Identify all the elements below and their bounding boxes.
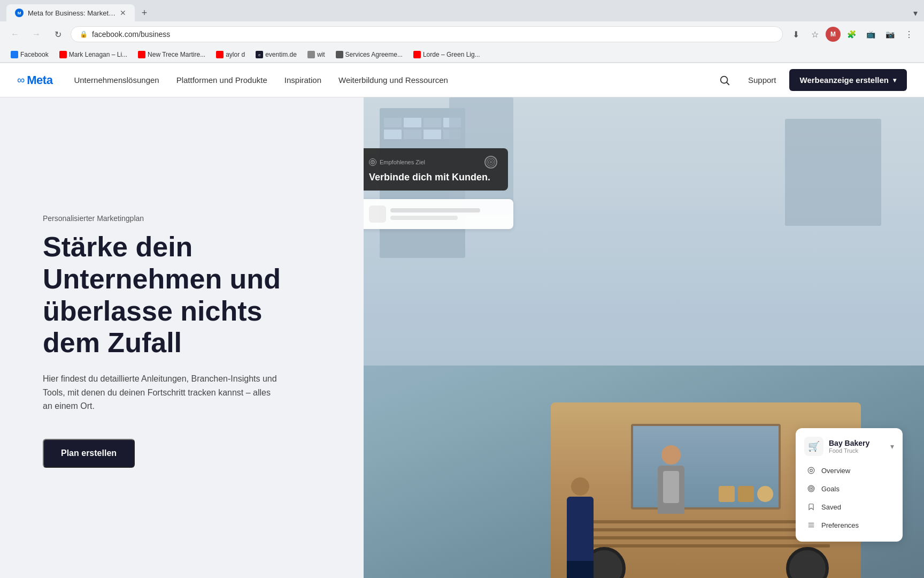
tooltip-label-icon — [369, 158, 376, 166]
extensions-button[interactable]: 🧩 — [843, 26, 860, 43]
new-tab-button[interactable]: + — [137, 5, 152, 20]
plan-erstellen-button[interactable]: Plan erstellen — [43, 439, 135, 468]
bookmark-aylor[interactable]: aylor d — [212, 49, 249, 60]
address-bar[interactable]: 🔒 facebook.com/business — [71, 26, 783, 42]
bakery-menu-goals[interactable]: Goals — [804, 481, 894, 497]
bakery-icon: 🛒 — [804, 437, 823, 456]
bookmark-button[interactable]: ☆ — [806, 26, 823, 43]
bookmark-eventim[interactable]: e eventim.de — [251, 49, 301, 60]
svg-point-11 — [811, 488, 812, 489]
hero-content: Personalisierter Marketingplan Stärke de… — [0, 97, 364, 578]
create-ad-label: Werbeanzeige erstellen — [800, 75, 889, 85]
hero-image-area: Empfohlenes Ziel Verbinde dich mit Kunde… — [364, 97, 924, 578]
create-ad-button[interactable]: Werbeanzeige erstellen ▾ — [789, 69, 907, 91]
bookmark-favicon — [307, 51, 315, 58]
bookmark-services[interactable]: Services Agreeme... — [332, 49, 407, 60]
bookmark-favicon — [216, 51, 224, 58]
more-icon: ⋮ — [905, 29, 913, 40]
bookmark-label: Services Agreeme... — [345, 51, 403, 58]
bakery-menu-preferences[interactable]: Preferences — [804, 517, 894, 533]
nav-link-plattformen[interactable]: Plattformen und Produkte — [176, 75, 267, 85]
nav-link-unternehmen[interactable]: Unternehmenslösungen — [74, 75, 159, 85]
browser-chrome: M Meta for Business: Marketing ✕ + ▾ ← →… — [0, 0, 924, 63]
bakery-chevron-icon[interactable]: ▾ — [890, 442, 894, 451]
bookmark-facebook[interactable]: Facebook — [6, 49, 53, 60]
star-icon: ☆ — [811, 29, 819, 40]
browser-toolbar: ← → ↻ 🔒 facebook.com/business ⬇ ☆ M 🧩 📺 — [0, 21, 924, 47]
tooltip-label-text: Empfohlenes Ziel — [380, 159, 425, 165]
screenshot-button[interactable]: 📷 — [881, 26, 898, 43]
building-right — [785, 119, 881, 226]
tooltip-header: Empfohlenes Ziel — [369, 156, 497, 169]
hero-background: Empfohlenes Ziel Verbinde dich mit Kunde… — [364, 97, 924, 578]
tab-favicon: M — [15, 9, 24, 17]
screenshot-icon: 📷 — [886, 30, 895, 39]
bookmark-label: New Trece Martire... — [148, 51, 205, 58]
bookmarks-bar: Facebook Mark Lenagan – Li... New Trece … — [0, 47, 924, 63]
nav-links: Unternehmenslösungen Plattformen und Pro… — [74, 75, 714, 85]
svg-point-5 — [489, 160, 494, 165]
bookmark-label: aylor d — [226, 51, 245, 58]
address-text: facebook.com/business — [92, 30, 774, 39]
svg-point-6 — [490, 162, 492, 163]
tooltip-target-icon — [484, 156, 497, 169]
back-button[interactable]: ← — [6, 26, 24, 43]
support-link[interactable]: Support — [748, 75, 776, 85]
nav-link-inspiration[interactable]: Inspiration — [284, 75, 321, 85]
white-card — [364, 199, 513, 229]
search-button[interactable] — [714, 70, 735, 91]
reload-button[interactable]: ↻ — [49, 26, 66, 43]
bookmark-new-trece[interactable]: New Trece Martire... — [134, 49, 210, 60]
tab-close-button[interactable]: ✕ — [120, 9, 126, 17]
tooltip-card: Empfohlenes Ziel Verbinde dich mit Kunde… — [364, 148, 508, 191]
more-button[interactable]: ⋮ — [900, 26, 918, 43]
bookmark-label: Facebook — [20, 51, 49, 58]
bookmark-lorde[interactable]: Lorde – Green Lig... — [409, 49, 484, 60]
bookmark-label: wit — [317, 51, 325, 58]
overview-icon — [806, 466, 816, 475]
preferences-label: Preferences — [821, 521, 859, 529]
meta-logo[interactable]: ∞ Meta — [17, 73, 52, 87]
tab-bar: M Meta for Business: Marketing ✕ + ▾ — [0, 0, 924, 21]
bookmark-favicon: e — [256, 51, 263, 58]
bakery-name: Bay Bakery — [829, 439, 890, 447]
customer-person — [565, 477, 595, 578]
meta-logo-symbol: ∞ — [17, 74, 25, 86]
hero-description: Hier findest du detaillierte Anleitungen… — [43, 372, 278, 413]
bakery-menu: Overview Goals Saved — [804, 462, 894, 533]
svg-point-4 — [487, 158, 495, 166]
active-tab[interactable]: M Meta for Business: Marketing ✕ — [6, 4, 135, 21]
bookmark-favicon — [59, 51, 67, 58]
search-icon — [719, 74, 730, 86]
tab-title: Meta for Business: Marketing — [28, 9, 116, 17]
browser-profile-avatar[interactable]: M — [826, 27, 841, 42]
bookmark-wit[interactable]: wit — [303, 49, 329, 60]
forward-button[interactable]: → — [28, 26, 45, 43]
svg-point-7 — [808, 467, 814, 474]
download-icon: ⬇ — [792, 29, 799, 40]
nav-right-actions: Support Werbeanzeige erstellen ▾ — [714, 69, 907, 91]
goals-label: Goals — [821, 485, 840, 493]
bakery-type: Food Truck — [829, 447, 890, 454]
browser-action-buttons: ⬇ ☆ M 🧩 📺 📷 ⋮ — [787, 26, 918, 43]
bakery-panel-header: 🛒 Bay Bakery Food Truck ▾ — [804, 437, 894, 456]
saved-icon — [806, 502, 816, 512]
hero-subtitle: Personalisierter Marketingplan — [43, 214, 321, 223]
bookmark-label: Mark Lenagan – Li... — [69, 51, 127, 58]
bakery-menu-saved[interactable]: Saved — [804, 499, 894, 515]
download-button[interactable]: ⬇ — [787, 26, 804, 43]
saved-label: Saved — [821, 503, 841, 511]
bookmark-favicon — [11, 51, 18, 58]
bakery-info: Bay Bakery Food Truck — [829, 439, 890, 454]
nav-link-weiterbildung[interactable]: Weiterbildung und Ressourcen — [338, 75, 448, 85]
bakery-menu-overview[interactable]: Overview — [804, 462, 894, 478]
lock-icon: 🔒 — [80, 31, 88, 38]
tab-dropdown-button[interactable]: ▾ — [913, 8, 918, 18]
cast-button[interactable]: 📺 — [862, 26, 879, 43]
bookmark-mark-lenagan[interactable]: Mark Lenagan – Li... — [55, 49, 132, 60]
server-person — [655, 445, 687, 520]
bookmark-favicon — [138, 51, 145, 58]
cta-chevron-icon: ▾ — [893, 77, 896, 84]
tooltip-label: Empfohlenes Ziel — [369, 158, 425, 166]
hero-title: Stärke dein Unternehmen und überlasse ni… — [43, 231, 321, 359]
